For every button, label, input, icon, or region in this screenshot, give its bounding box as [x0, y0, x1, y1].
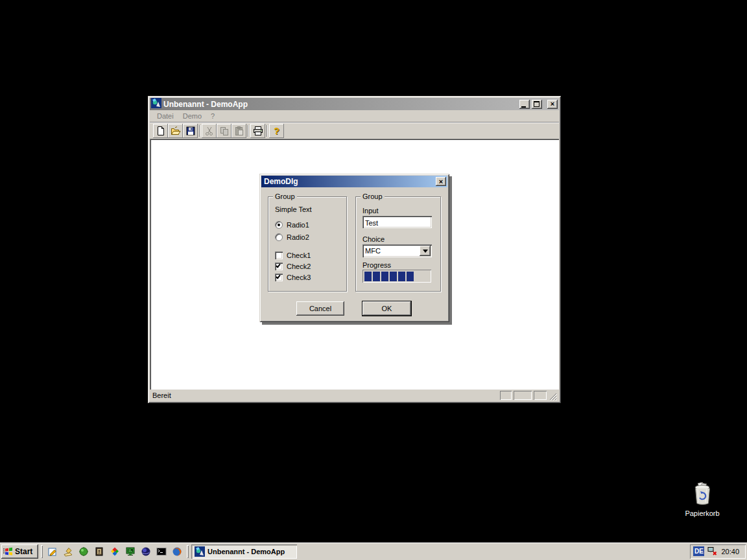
address-book-icon — [94, 546, 104, 557]
check3-box-icon — [275, 274, 283, 281]
combo-dropdown-button[interactable] — [420, 246, 431, 256]
quick-launch-bar — [45, 544, 184, 559]
toolbar-copy-button[interactable] — [217, 124, 231, 138]
quicklaunch-colorknot-button[interactable] — [108, 544, 122, 559]
check3-option[interactable]: Check3 — [275, 273, 311, 281]
input-label: Input — [362, 207, 378, 215]
toolbar-paste-button[interactable] — [231, 124, 246, 138]
toolbar-cut-button[interactable] — [202, 124, 217, 138]
keyboard-layout-indicator[interactable]: DE — [693, 546, 704, 556]
dialog-titlebar[interactable]: DemoDlg × — [261, 176, 447, 187]
simple-text-label: Simple Text — [275, 205, 312, 213]
check2-option[interactable]: Check2 — [275, 262, 311, 270]
help-question-icon: ? — [274, 126, 279, 136]
menu-demo[interactable]: Demo — [178, 111, 206, 121]
taskbar-grip[interactable] — [187, 545, 189, 558]
check1-option[interactable]: Check1 — [275, 251, 311, 259]
choice-value: MFC — [362, 247, 420, 255]
recycle-bin-shortcut[interactable]: Papierkorb — [680, 482, 725, 517]
pen-writing-icon — [63, 546, 73, 557]
quicklaunch-greenball-button[interactable] — [77, 544, 91, 559]
windows-logo-icon — [3, 547, 13, 555]
toolbar: ? — [150, 122, 559, 139]
input-field[interactable] — [362, 216, 432, 228]
app-icon — [151, 98, 161, 110]
menubar: Datei Demo ? — [150, 110, 559, 122]
quicklaunch-editor-button[interactable] — [45, 544, 60, 559]
status-pane — [514, 391, 532, 400]
quicklaunch-pen-button[interactable] — [61, 544, 75, 559]
cancel-button[interactable]: Cancel — [296, 301, 344, 316]
minimize-button[interactable] — [519, 100, 530, 109]
dialog-title: DemoDlg — [264, 177, 433, 186]
cancel-button-label: Cancel — [309, 305, 331, 312]
radio2-circle-icon — [275, 233, 283, 241]
editor-icon — [47, 546, 58, 557]
taskbar-app-button[interactable]: Unbenannt - DemoApp — [191, 544, 297, 559]
statusbar: Bereit — [150, 390, 559, 401]
check-icon — [276, 262, 281, 268]
command-prompt-icon — [156, 546, 167, 557]
group-box-left: Group Simple Text Radio1 Radio2 Check1 C… — [268, 196, 347, 292]
tray-clock[interactable]: 20:40 — [721, 548, 739, 555]
resize-grip-icon[interactable] — [549, 392, 557, 401]
main-titlebar[interactable]: Unbenannt - DemoApp × — [150, 98, 559, 110]
quicklaunch-addressbook-button[interactable] — [92, 544, 106, 559]
print-icon — [253, 126, 263, 136]
firefox-icon — [172, 546, 182, 557]
progress-segment — [407, 272, 414, 281]
quicklaunch-cmd-button[interactable] — [154, 544, 169, 559]
toolbar-separator — [267, 125, 268, 137]
new-file-icon — [156, 126, 166, 136]
toolbar-save-button[interactable] — [183, 124, 198, 138]
paste-clipboard-icon — [234, 126, 244, 136]
toolbar-print-button[interactable] — [250, 124, 265, 138]
toolbar-separator — [199, 125, 200, 137]
progress-bar — [362, 270, 431, 283]
toolbar-new-button[interactable] — [153, 124, 168, 138]
green-terminal-icon — [125, 546, 136, 557]
system-tray: DE 20:40 — [690, 544, 746, 559]
app-icon — [195, 546, 205, 557]
taskbar-grip[interactable] — [41, 545, 43, 558]
status-pane — [500, 391, 512, 400]
quicklaunch-firefox-button[interactable] — [170, 544, 184, 559]
group-box-right: Group Input Choice MFC Progress — [355, 196, 441, 292]
radio1-label: Radio1 — [287, 221, 309, 229]
save-floppy-icon — [185, 126, 196, 136]
dialog-close-button[interactable]: × — [436, 177, 446, 186]
radio2-option[interactable]: Radio2 — [275, 233, 309, 241]
ok-button[interactable]: OK — [362, 301, 412, 316]
radio2-label: Radio2 — [287, 233, 309, 241]
progress-segment — [373, 272, 380, 281]
toolbar-open-button[interactable] — [168, 124, 183, 138]
check-icon — [276, 274, 281, 279]
chevron-down-icon — [423, 250, 428, 253]
check1-box-icon — [275, 251, 283, 259]
toolbar-help-button[interactable]: ? — [269, 124, 284, 138]
menu-help[interactable]: ? — [206, 111, 219, 121]
ok-button-label: OK — [382, 305, 392, 312]
dark-globe-icon — [141, 546, 151, 557]
cut-scissors-icon — [204, 126, 215, 136]
taskbar-app-button-label: Unbenannt - DemoApp — [208, 548, 285, 555]
progress-segment — [364, 272, 372, 281]
progress-segment — [398, 272, 405, 281]
open-folder-icon — [171, 126, 181, 136]
close-button[interactable]: × — [547, 100, 558, 109]
status-text: Bereit — [152, 391, 171, 399]
menu-datei[interactable]: Datei — [152, 111, 178, 121]
maximize-button[interactable] — [532, 100, 542, 109]
quicklaunch-globe-button[interactable] — [139, 544, 153, 559]
dialog-body: Group Simple Text Radio1 Radio2 Check1 C… — [261, 187, 447, 320]
check1-label: Check1 — [287, 251, 311, 259]
quicklaunch-terminal-button[interactable] — [123, 544, 137, 559]
window-title: Unbenannt - DemoApp — [163, 100, 517, 109]
taskbar: Start Unbenannt — [0, 542, 747, 560]
network-disconnected-icon[interactable] — [707, 546, 718, 557]
choice-combobox[interactable]: MFC — [362, 244, 432, 257]
radio1-option[interactable]: Radio1 — [275, 220, 309, 229]
start-button[interactable]: Start — [1, 544, 38, 559]
recycle-bin-label: Papierkorb — [680, 509, 725, 517]
check2-label: Check2 — [287, 262, 311, 270]
